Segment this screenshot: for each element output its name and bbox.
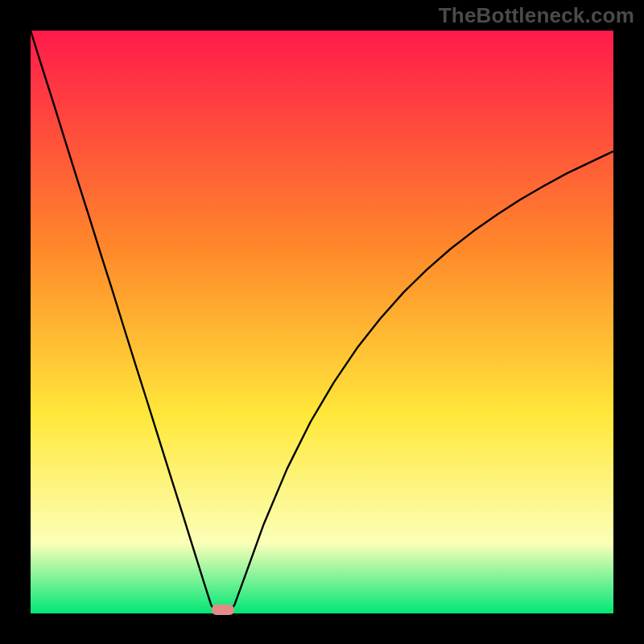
sweet-spot-marker [212, 605, 234, 615]
plot-background [31, 31, 613, 613]
chart-frame: { "watermark": "TheBottleneck.com", "col… [0, 0, 644, 644]
watermark-text: TheBottleneck.com [439, 3, 634, 28]
bottleneck-chart [0, 0, 644, 644]
